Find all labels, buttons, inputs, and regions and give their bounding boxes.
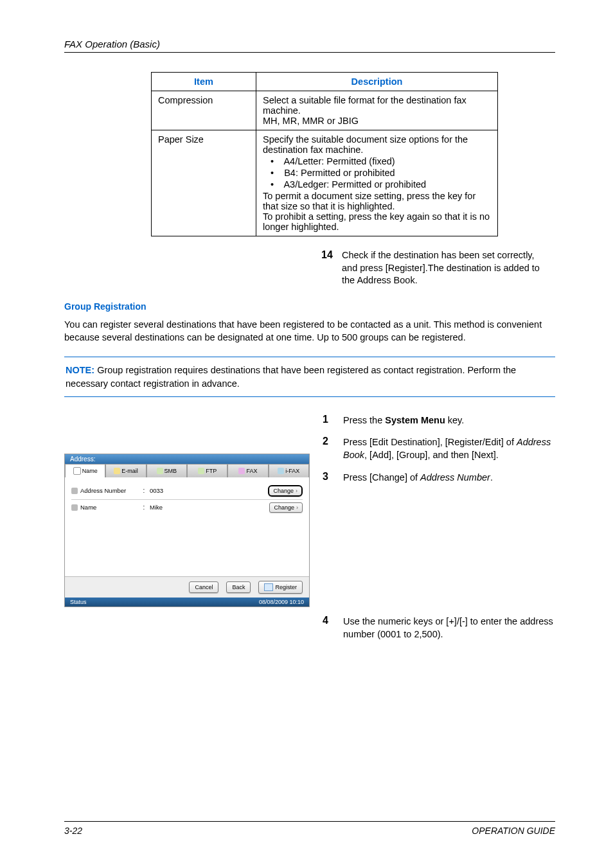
running-header: FAX Operation (Basic): [64, 39, 555, 49]
step-4-num: 4: [323, 615, 343, 641]
value-name: Mike: [150, 504, 267, 511]
name-icon: [73, 467, 81, 475]
footer-page: 3-22: [64, 826, 82, 836]
info-table: Item Description Compression Select a su…: [151, 72, 498, 236]
td-papersize: Paper Size: [152, 130, 256, 236]
label-address-number: Address Number: [80, 487, 138, 494]
cancel-button[interactable]: Cancel: [189, 581, 218, 593]
tab-smb[interactable]: SMB: [147, 464, 187, 477]
b3: A3/Ledger: Permitted or prohibited: [283, 179, 426, 190]
s1-post: key.: [445, 415, 465, 425]
address-dialog: Address: Name E-mail SMB FTP FAX i-FAX A…: [64, 454, 310, 607]
dialog-tabs: Name E-mail SMB FTP FAX i-FAX: [65, 464, 309, 477]
status-label: Status: [70, 599, 87, 605]
step-14-text: Check if the destination has been set co…: [342, 249, 549, 287]
step-14: 14 Check if the destination has been set…: [321, 249, 549, 287]
b2: B4: Permitted or prohibited: [284, 168, 395, 178]
value-address-number: 0033: [150, 487, 265, 494]
group-registration-heading: Group Registration: [64, 301, 555, 312]
change-name-button[interactable]: Change›: [269, 502, 303, 513]
fax-icon: [238, 468, 245, 474]
note-box: NOTE: Group registration requires destin…: [64, 357, 555, 397]
th-item: Item: [152, 73, 256, 91]
step-3-text: Press [Change] of Address Number.: [343, 471, 555, 484]
step-4: 4 Use the numeric keys or [+]/[-] to ent…: [323, 615, 555, 641]
step-1: 1 Press the System Menu key.: [323, 414, 555, 427]
note-text: Group registration requires destinations…: [66, 365, 516, 388]
change-address-number-button[interactable]: Change›: [268, 485, 303, 497]
page-footer: 3-22 OPERATION GUIDE: [64, 821, 555, 836]
chevron-right-icon: ›: [296, 504, 298, 511]
footer-guide: OPERATION GUIDE: [472, 826, 555, 836]
dialog-titlebar: Address:: [65, 454, 309, 464]
label-name: Name: [80, 504, 138, 511]
email-icon: [114, 468, 120, 474]
step-14-num: 14: [321, 249, 342, 287]
enter-icon: [264, 583, 273, 591]
step-1-text: Press the System Menu key.: [343, 414, 555, 427]
colon: :: [141, 487, 147, 494]
compression-line2: MH, MR, MMR or JBIG: [263, 116, 359, 126]
back-button[interactable]: Back: [226, 581, 251, 593]
row-name: Name : Mike Change›: [71, 500, 303, 515]
td-compression: Compression: [152, 91, 256, 130]
s3-pre: Press [Change] of: [343, 472, 420, 483]
step-3: 3 Press [Change] of Address Number.: [323, 471, 555, 484]
dialog-status-bar: Status 08/08/2009 10:10: [65, 598, 309, 607]
status-time: 08/08/2009 10:10: [259, 599, 304, 605]
tab-name[interactable]: Name: [65, 464, 105, 477]
step-3-num: 3: [323, 471, 343, 484]
dialog-body: Address Number : 0033 Change› Name : Mik…: [65, 477, 309, 576]
ifax-icon: [278, 468, 284, 474]
colon: :: [141, 504, 147, 511]
tab-email-label: E-mail: [121, 468, 138, 474]
s3-post: .: [490, 472, 493, 483]
change-btn-label: Change: [273, 488, 294, 494]
step-2-num: 2: [323, 436, 343, 462]
papersize-intro: Specify the suitable document size optio…: [263, 134, 468, 155]
row-address-number: Address Number : 0033 Change›: [71, 483, 303, 500]
tab-fax-label: FAX: [246, 468, 257, 474]
s1-bold: System Menu: [385, 415, 445, 425]
tab-smb-label: SMB: [164, 468, 177, 474]
register-button[interactable]: Register: [258, 581, 303, 594]
group-registration-para: You can register several destinations th…: [64, 318, 555, 344]
tab-email[interactable]: E-mail: [105, 464, 146, 477]
tab-name-label: Name: [82, 468, 98, 474]
td-compression-desc: Select a suitable file format for the de…: [256, 91, 498, 130]
papersize-tail: To permit a document size setting, press…: [263, 191, 490, 232]
step-2-text: Press [Edit Destination], [Register/Edit…: [343, 436, 555, 462]
s2-mid: , [Add], [Group], and then [Next].: [364, 450, 499, 460]
ftp-icon: [198, 468, 204, 474]
change-btn-label: Change: [274, 504, 294, 511]
step-2: 2 Press [Edit Destination], [Register/Ed…: [323, 436, 555, 462]
s2-pre: Press [Edit Destination], [Register/Edit…: [343, 437, 517, 447]
step-4-text: Use the numeric keys or [+]/[-] to enter…: [343, 615, 555, 641]
header-rule: [64, 52, 555, 53]
b1: A4/Letter: Permitted (fixed): [283, 156, 395, 166]
step-1-num: 1: [323, 414, 343, 427]
th-desc: Description: [256, 73, 498, 91]
tab-ifax[interactable]: i-FAX: [269, 464, 309, 477]
tab-ftp-label: FTP: [206, 468, 217, 474]
row-icon: [71, 504, 78, 511]
s1-pre: Press the: [343, 415, 385, 425]
tab-ifax-label: i-FAX: [285, 468, 299, 474]
row-icon: [71, 488, 78, 494]
register-btn-label: Register: [275, 584, 297, 590]
chevron-right-icon: ›: [296, 488, 298, 494]
tab-fax[interactable]: FAX: [227, 464, 268, 477]
td-papersize-desc: Specify the suitable document size optio…: [256, 130, 498, 236]
tab-ftp[interactable]: FTP: [187, 464, 227, 477]
dialog-bottom-bar: Cancel Back Register: [65, 576, 309, 598]
s3-italic: Address Number: [420, 472, 490, 483]
note-label: NOTE:: [66, 365, 94, 375]
compression-line1: Select a suitable file format for the de…: [263, 95, 466, 116]
smb-icon: [157, 468, 163, 474]
